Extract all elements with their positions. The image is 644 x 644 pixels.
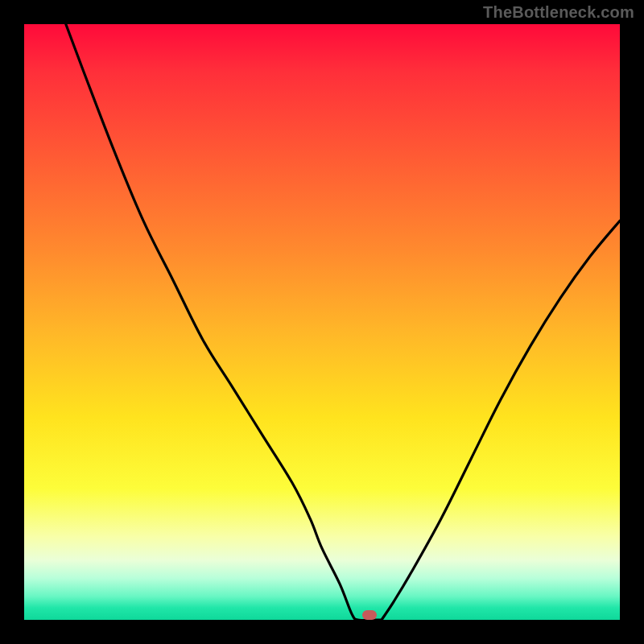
- optimal-point-marker: [362, 610, 377, 620]
- watermark-text: TheBottleneck.com: [483, 3, 634, 22]
- bottleneck-curve: [24, 24, 620, 620]
- curve-path: [66, 24, 620, 620]
- chart-frame: TheBottleneck.com: [0, 0, 644, 644]
- plot-area: [24, 24, 620, 620]
